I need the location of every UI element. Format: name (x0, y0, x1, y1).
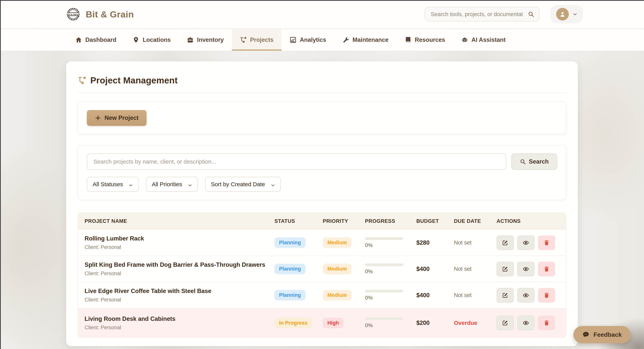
new-project-button[interactable]: New Project (87, 110, 146, 126)
due-date: Not set (454, 292, 496, 298)
view-button[interactable] (517, 236, 534, 250)
nav-tab-maintenance[interactable]: Maintenance (334, 29, 396, 50)
main-nav: Dashboard Locations Inventory Projects A… (0, 29, 644, 50)
nav-tab-dashboard[interactable]: Dashboard (67, 29, 124, 50)
edit-icon (502, 240, 508, 246)
search-icon (520, 158, 526, 165)
book-icon (405, 36, 412, 43)
nav-tab-inventory[interactable]: Inventory (179, 29, 232, 50)
project-name: Living Room Desk and Cabinets (84, 316, 274, 322)
brand-logo-icon: BIT & GRAIN (66, 7, 80, 21)
column-header: PRIORITY (323, 218, 365, 224)
plus-icon (95, 115, 101, 121)
delete-button[interactable] (538, 236, 555, 250)
view-button[interactable] (517, 262, 534, 276)
nav-tab-locations[interactable]: Locations (124, 29, 179, 50)
chevron-down-icon (188, 182, 192, 186)
priority-badge: Medium (323, 238, 352, 248)
view-button[interactable] (517, 316, 534, 330)
project-diagram-icon (78, 76, 86, 85)
status-filter-select[interactable]: All Statuses (87, 177, 139, 192)
due-date: Not set (454, 266, 496, 272)
home-icon (75, 36, 82, 43)
user-menu[interactable] (550, 5, 583, 24)
budget-value: $280 (416, 239, 454, 246)
global-search-box (424, 7, 540, 22)
budget-value: $400 (416, 266, 454, 272)
progress-label: 0% (365, 242, 416, 248)
progress-bar (365, 317, 403, 320)
priority-badge: High (323, 318, 344, 328)
chart-line-icon (290, 36, 296, 43)
delete-button[interactable] (538, 288, 555, 302)
edit-button[interactable] (496, 288, 514, 302)
robot-icon (461, 36, 468, 43)
nav-tab-resources[interactable]: Resources (396, 29, 453, 50)
new-project-panel: New Project (78, 102, 566, 134)
column-header: DUE DATE (454, 218, 496, 224)
global-search-input[interactable] (431, 11, 528, 18)
edit-icon (502, 292, 508, 298)
nav-tab-projects[interactable]: Projects (232, 29, 282, 50)
table-row: Split King Bed Frame with Dog Barrier & … (78, 256, 566, 282)
chevron-down-icon (129, 182, 133, 186)
project-client: Client: Personal (84, 270, 274, 276)
feedback-button[interactable]: Feedback (574, 326, 630, 343)
column-header: BUDGET (416, 218, 454, 224)
progress-label: 0% (365, 295, 416, 301)
filters-panel: Search All Statuses All Priorities Sort … (78, 145, 566, 200)
priority-badge: Medium (323, 290, 352, 300)
chevron-down-icon (271, 182, 275, 186)
edit-button[interactable] (496, 262, 514, 276)
page-header: Project Management (78, 75, 566, 86)
status-badge: In Progress (274, 318, 312, 328)
search-icon[interactable] (528, 11, 534, 18)
progress-bar (365, 264, 403, 266)
page-title: Project Management (90, 75, 178, 86)
progress-bar (365, 237, 403, 240)
column-header: ACTIONS (496, 218, 560, 224)
window-left-edge (0, 0, 1, 349)
edit-button[interactable] (496, 236, 514, 250)
due-date: Not set (454, 240, 496, 246)
brand-name: Bit & Grain (86, 9, 134, 20)
eye-icon (522, 292, 529, 298)
project-diagram-icon (240, 36, 247, 43)
table-row: Living Room Desk and Cabinets Client: Pe… (78, 308, 566, 337)
project-name: Split King Bed Frame with Dog Barrier & … (84, 261, 274, 268)
trash-icon (543, 240, 550, 246)
table-row: Rolling Lumber Rack Client: Personal Pla… (78, 229, 566, 256)
project-name: Rolling Lumber Rack (84, 235, 274, 242)
column-header: PROJECT NAME (84, 218, 274, 224)
project-name: Live Edge River Coffee Table with Steel … (84, 288, 274, 294)
toolbox-icon (187, 36, 194, 43)
sort-select[interactable]: Sort by Created Date (205, 177, 281, 192)
project-search-box (87, 154, 506, 170)
status-badge: Planning (274, 290, 306, 300)
avatar (556, 8, 569, 20)
column-header: PROGRESS (365, 218, 416, 224)
status-badge: Planning (274, 264, 306, 274)
speech-bubble-icon (582, 331, 590, 338)
edit-button[interactable] (496, 316, 514, 330)
chevron-down-icon (573, 12, 577, 16)
progress-label: 0% (365, 268, 416, 274)
progress-label: 0% (365, 322, 416, 328)
nav-tab-analytics[interactable]: Analytics (282, 29, 334, 50)
delete-button[interactable] (538, 316, 555, 330)
window-top-edge (0, 0, 644, 1)
svg-text:BIT & GRAIN: BIT & GRAIN (67, 14, 80, 16)
project-search-input[interactable] (94, 158, 500, 165)
delete-button[interactable] (538, 262, 555, 276)
trash-icon (543, 266, 550, 272)
priority-filter-select[interactable]: All Priorities (146, 177, 198, 192)
nav-tab-ai-assistant[interactable]: AI Assistant (453, 29, 514, 50)
view-button[interactable] (517, 288, 534, 302)
search-button[interactable]: Search (511, 154, 557, 170)
column-header: STATUS (274, 218, 323, 224)
top-bar: BIT & GRAIN Bit & Grain (0, 0, 644, 29)
budget-value: $400 (416, 292, 454, 299)
priority-badge: Medium (323, 264, 352, 274)
eye-icon (522, 266, 529, 272)
edit-icon (502, 320, 508, 326)
